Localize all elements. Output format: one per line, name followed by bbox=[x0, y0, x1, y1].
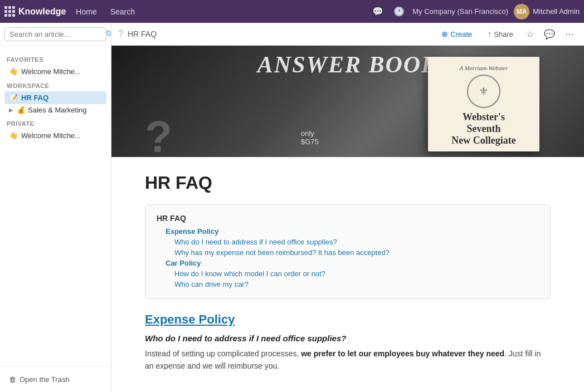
nav-search[interactable]: Search bbox=[105, 5, 140, 18]
article-actions: ⊕ Create ↑ Share ☆ 💬 ⋯ bbox=[435, 27, 577, 42]
toc-section-expense[interactable]: Expense Policy bbox=[157, 226, 539, 237]
favorites-label: Favorites bbox=[7, 56, 104, 63]
cover-book: A Merriam-Webster ⚜ Webster'sSeventhNew … bbox=[428, 57, 539, 151]
sidebar-item-hr-faq[interactable]: 📝 HR FAQ bbox=[4, 91, 106, 104]
breadcrumb-text: HR FAQ bbox=[128, 30, 157, 38]
star-button[interactable]: ☆ bbox=[523, 27, 537, 42]
wave-emoji-2: 👋 bbox=[9, 131, 18, 140]
cover-price: only$G75 bbox=[301, 129, 319, 146]
app-name: Knowledge bbox=[18, 7, 66, 17]
trash-label: Open the Trash bbox=[20, 375, 70, 384]
sales-marketing-label: Sales & Marketing bbox=[28, 106, 87, 114]
create-button[interactable]: ⊕ Create bbox=[435, 27, 478, 41]
open-trash-button[interactable]: 🗑 Open the Trash bbox=[4, 373, 106, 386]
wave-emoji: 👋 bbox=[9, 67, 18, 76]
share-icon: ↑ bbox=[488, 30, 491, 38]
plus-icon: ⊕ bbox=[441, 30, 448, 38]
cover-book-subtitle: A Merriam-Webster bbox=[459, 65, 508, 71]
trash-icon: 🗑 bbox=[9, 375, 16, 384]
cover-book-title: Webster'sSeventhNew Collegiate bbox=[451, 111, 515, 146]
article-title: HR FAQ bbox=[145, 173, 551, 193]
share-button[interactable]: ↑ Share bbox=[481, 27, 519, 41]
avatar: MA bbox=[514, 4, 529, 19]
sidebar-item-private-welcome[interactable]: 👋 Welcome Mitche... bbox=[4, 129, 106, 142]
expense-answer-1: Instead of setting up complicated proces… bbox=[145, 347, 551, 373]
clock-icon[interactable]: 🕐 bbox=[391, 5, 407, 18]
top-nav: Knowledge Home Search 💬 🕐 My Company (Sa… bbox=[0, 0, 584, 23]
toc-item-3[interactable]: How do I know which model I can order or… bbox=[157, 268, 539, 279]
search-input[interactable] bbox=[9, 30, 103, 38]
sidebar-item-favorites-welcome[interactable]: 👋 Welcome Mitche... bbox=[4, 65, 106, 78]
pencil-emoji: 📝 bbox=[9, 94, 18, 102]
main-area: ? HR FAQ ⊕ Create ↑ Share ☆ 💬 ⋯ Answer B bbox=[111, 23, 584, 392]
toc-item-1[interactable]: Who do I need to address if I need offic… bbox=[157, 237, 539, 247]
toc-item-4[interactable]: Who can drive my car? bbox=[157, 279, 539, 290]
toc-section-car[interactable]: Car Policy bbox=[157, 258, 539, 268]
article-cover: Answer Book A Merriam-Webster ⚜ Webster'… bbox=[111, 46, 584, 157]
article-header-bar: ? HR FAQ ⊕ Create ↑ Share ☆ 💬 ⋯ bbox=[111, 23, 584, 46]
sidebar-search-container: 🔍 bbox=[0, 23, 111, 46]
money-emoji: 💰 bbox=[17, 106, 26, 114]
search-box[interactable]: 🔍 bbox=[4, 27, 106, 41]
workspace-label: Workspace bbox=[7, 82, 104, 89]
search-icon: 🔍 bbox=[105, 30, 111, 38]
share-label: Share bbox=[494, 30, 513, 38]
answer-before: Instead of setting up complicated proces… bbox=[145, 349, 301, 358]
expense-question-1: Who do I need to address if I need offic… bbox=[145, 334, 551, 343]
app-body: 🔍 Favorites 👋 Welcome Mitche... Workspac… bbox=[0, 23, 584, 392]
private-label: Private bbox=[7, 120, 104, 127]
cover-book-circle: ⚜ bbox=[467, 75, 500, 108]
grid-icon bbox=[4, 6, 15, 17]
chat-icon[interactable]: 💬 bbox=[370, 5, 386, 18]
article-body: HR FAQ HR FAQ Expense Policy Who do I ne… bbox=[111, 157, 584, 392]
app-logo[interactable]: Knowledge bbox=[4, 6, 66, 17]
expand-arrow-icon: ▶ bbox=[9, 107, 14, 113]
expense-policy-heading[interactable]: Expense Policy bbox=[145, 312, 551, 327]
user-name: Mitchell Admin bbox=[533, 7, 580, 16]
comment-button[interactable]: 💬 bbox=[541, 27, 558, 42]
table-of-contents: HR FAQ Expense Policy Who do I need to a… bbox=[145, 204, 551, 299]
nav-home[interactable]: Home bbox=[70, 5, 102, 18]
create-label: Create bbox=[450, 30, 472, 38]
favorites-item-label: Welcome Mitche... bbox=[21, 67, 81, 76]
toc-root: HR FAQ bbox=[157, 214, 539, 223]
answer-bold: we prefer to let our employees buy whate… bbox=[301, 349, 504, 358]
sidebar-footer: 🗑 Open the Trash bbox=[0, 366, 111, 392]
more-options-button[interactable]: ⋯ bbox=[562, 27, 577, 42]
breadcrumb-icon: ? bbox=[118, 29, 123, 39]
sidebar-item-sales-marketing[interactable]: ▶ 💰 Sales & Marketing bbox=[4, 104, 106, 116]
cover-question-mark: ? bbox=[145, 111, 172, 157]
hr-faq-label: HR FAQ bbox=[21, 94, 48, 102]
sidebar: 🔍 Favorites 👋 Welcome Mitche... Workspac… bbox=[0, 23, 111, 392]
sidebar-content: Favorites 👋 Welcome Mitche... Workspace … bbox=[0, 46, 111, 366]
company-selector[interactable]: My Company (San Francisco) bbox=[412, 7, 508, 16]
top-nav-right: 💬 🕐 My Company (San Francisco) MA Mitche… bbox=[370, 4, 580, 19]
article-content: Answer Book A Merriam-Webster ⚜ Webster'… bbox=[111, 46, 584, 392]
private-item-label: Welcome Mitche... bbox=[21, 131, 81, 140]
toc-item-2[interactable]: Why has my expense not been reimbursed? … bbox=[157, 247, 539, 258]
user-menu[interactable]: MA Mitchell Admin bbox=[514, 4, 580, 19]
